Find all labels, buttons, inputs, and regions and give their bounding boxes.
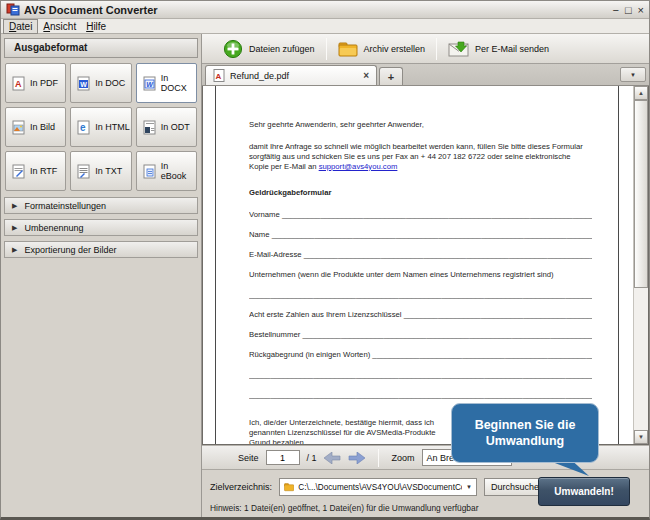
tab-overflow-button[interactable]: ▼ bbox=[620, 67, 646, 82]
toolbar-button-label: Archiv erstellen bbox=[364, 44, 426, 54]
doc-field-bestellnummer: Bestellnummer __________________________… bbox=[249, 330, 592, 340]
new-tab-button[interactable]: + bbox=[379, 67, 403, 85]
app-icon bbox=[6, 3, 20, 16]
directory-select[interactable]: C:\...\Documents\AVS4YOU\AVSDocumentConv… bbox=[279, 478, 477, 496]
navbar-separator bbox=[378, 449, 379, 467]
svg-text:W: W bbox=[81, 80, 88, 87]
window-title: AVS Document Converter bbox=[24, 4, 612, 16]
app-window: AVS Document Converter − □ × Datei Ansic… bbox=[0, 0, 650, 520]
tab-close-icon[interactable]: × bbox=[363, 71, 369, 81]
page-label: Seite bbox=[238, 453, 259, 463]
accordion-rename[interactable]: ▶ Umbenennung bbox=[4, 219, 198, 236]
chevron-right-icon: ▶ bbox=[12, 202, 17, 209]
tab-refund-de-pdf[interactable]: A Refund_de.pdf × bbox=[205, 65, 377, 85]
chevron-right-icon: ▶ bbox=[12, 246, 17, 253]
format-button-ebook[interactable]: In eBook bbox=[136, 151, 197, 191]
convert-button[interactable]: Umwandeln! bbox=[538, 477, 630, 506]
format-grid: A In PDF W In DOC W bbox=[3, 62, 199, 192]
conversion-tooltip: Beginnen Sie die Umwandlung bbox=[451, 403, 599, 463]
previous-page-icon[interactable] bbox=[324, 452, 341, 464]
create-archive-button[interactable]: Archiv erstellen bbox=[327, 39, 437, 59]
doc-field-email: E-Mail-Adresse _________________________… bbox=[249, 250, 592, 260]
format-label: In eBook bbox=[161, 161, 196, 181]
menu-ansicht[interactable]: Ansicht bbox=[38, 20, 81, 33]
doc-field-rueckgabegrund: Rückgabegrund (in einigen Worten) ______… bbox=[249, 350, 592, 360]
accordion-label: Umbenennung bbox=[24, 223, 83, 233]
archive-folder-icon bbox=[338, 41, 358, 57]
format-button-txt[interactable]: In TXT bbox=[70, 151, 131, 191]
scroll-up-icon[interactable]: ▲ bbox=[634, 86, 648, 100]
minimize-icon[interactable]: − bbox=[612, 4, 618, 16]
doc-field-unternehmen: Unternehmen (wenn die Produkte unter dem… bbox=[249, 270, 592, 280]
next-page-icon[interactable] bbox=[348, 452, 365, 464]
doc-file-icon: W bbox=[76, 76, 91, 91]
close-icon[interactable]: × bbox=[638, 4, 644, 16]
menu-datei[interactable]: Datei bbox=[3, 19, 38, 34]
menu-hilfe[interactable]: Hilfe bbox=[81, 20, 111, 33]
toolbar: Dateien zufügen Archiv erstellen bbox=[202, 34, 649, 64]
email-envelope-icon bbox=[448, 41, 469, 57]
doc-intro-text: damit Ihre Anfrage so schnell wie möglic… bbox=[249, 142, 583, 171]
odt-file-icon bbox=[142, 120, 157, 135]
svg-text:e: e bbox=[80, 122, 86, 133]
doc-blank-line: ________________________________________… bbox=[249, 370, 592, 380]
accordion-image-export[interactable]: ▶ Exportierung der Bilder bbox=[4, 241, 198, 258]
ebook-file-icon bbox=[142, 164, 157, 179]
format-button-doc[interactable]: W In DOC bbox=[70, 63, 131, 103]
svg-text:A: A bbox=[216, 72, 222, 81]
docx-file-icon: W bbox=[142, 76, 157, 91]
html-file-icon: e bbox=[76, 120, 91, 135]
sidebar-output-formats: Ausgabeformat A In PDF W In DOC bbox=[1, 34, 202, 517]
format-label: In RTF bbox=[30, 166, 57, 176]
accordion-format-settings[interactable]: ▶ Formateinstellungen bbox=[4, 197, 198, 214]
doc-blank-line: ________________________________________… bbox=[249, 290, 592, 300]
menu-bar: Datei Ansicht Hilfe bbox=[1, 19, 649, 34]
format-label: In Bild bbox=[30, 122, 55, 132]
doc-intro-paragraph: damit Ihre Anfrage so schnell wie möglic… bbox=[249, 142, 592, 172]
txt-file-icon bbox=[76, 164, 91, 179]
accordion-label: Formateinstellungen bbox=[24, 201, 106, 211]
format-button-odt[interactable]: In ODT bbox=[136, 107, 197, 147]
format-button-bild[interactable]: In Bild bbox=[5, 107, 66, 147]
pdf-file-icon: A bbox=[11, 76, 26, 91]
document-page: Sehr geehrte Anwenderin, sehr geehrter A… bbox=[215, 86, 619, 445]
doc-greeting: Sehr geehrte Anwenderin, sehr geehrter A… bbox=[249, 120, 592, 130]
page-total: / 1 bbox=[307, 453, 317, 463]
chevron-right-icon: ▶ bbox=[12, 224, 17, 231]
doc-field-lizenzschluessel: Acht erste Zahlen aus Ihrem Lizenzschlüs… bbox=[249, 310, 592, 320]
maximize-icon[interactable]: □ bbox=[625, 4, 632, 16]
accordion-label: Exportierung der Bilder bbox=[24, 245, 116, 255]
folder-icon bbox=[284, 482, 294, 492]
add-files-button[interactable]: Dateien zufügen bbox=[212, 37, 326, 61]
chevron-down-icon: ▼ bbox=[466, 484, 472, 490]
format-label: In PDF bbox=[30, 78, 58, 88]
add-plus-icon bbox=[223, 39, 243, 59]
support-email-link[interactable]: support@avs4you.com bbox=[319, 162, 398, 171]
format-label: In HTML bbox=[95, 122, 130, 132]
format-label: In DOCX bbox=[161, 73, 196, 93]
output-panel: Zielverzeichnis: C:\...\Documents\AVS4YO… bbox=[202, 469, 649, 517]
tab-label: Refund_de.pdf bbox=[230, 71, 289, 81]
format-label: In ODT bbox=[161, 122, 190, 132]
svg-text:A: A bbox=[15, 79, 22, 89]
format-button-docx[interactable]: W In DOCX bbox=[136, 63, 197, 103]
send-email-button[interactable]: Per E-Mail senden bbox=[437, 39, 560, 59]
zoom-label: Zoom bbox=[392, 453, 415, 463]
format-label: In TXT bbox=[95, 166, 122, 176]
doc-form-title: Geldrückgabeformular bbox=[249, 188, 592, 198]
pdf-file-icon: A bbox=[213, 69, 225, 82]
page-number-input[interactable] bbox=[266, 450, 300, 465]
format-button-pdf[interactable]: A In PDF bbox=[5, 63, 66, 103]
image-file-icon bbox=[11, 120, 26, 135]
toolbar-button-label: Dateien zufügen bbox=[249, 44, 315, 54]
rtf-file-icon bbox=[11, 164, 26, 179]
scrollbar-thumb[interactable] bbox=[634, 100, 648, 288]
scroll-down-icon[interactable]: ▼ bbox=[634, 430, 648, 444]
document-viewport: Sehr geehrte Anwenderin, sehr geehrter A… bbox=[202, 86, 649, 445]
toolbar-button-label: Per E-Mail senden bbox=[475, 44, 549, 54]
format-button-html[interactable]: e In HTML bbox=[70, 107, 131, 147]
directory-label: Zielverzeichnis: bbox=[210, 482, 272, 492]
format-button-rtf[interactable]: In RTF bbox=[5, 151, 66, 191]
vertical-scrollbar[interactable]: ▲ ▼ bbox=[633, 86, 648, 444]
window-controls: − □ × bbox=[612, 4, 644, 16]
